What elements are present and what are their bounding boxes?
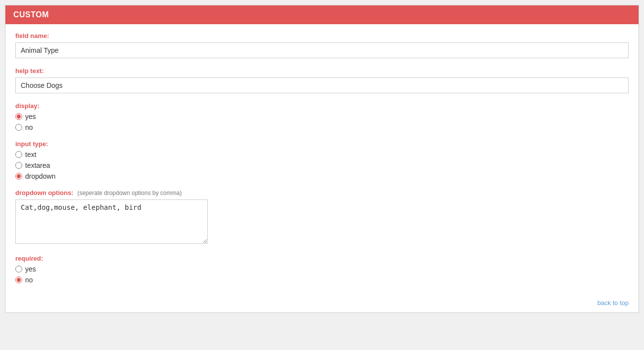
header: CUSTOM [5,5,639,24]
input-type-dropdown-text: dropdown [25,172,56,180]
dropdown-options-hint: (seperate dropdown options by comma) [77,190,182,196]
required-radio-group: yes no [15,265,629,284]
display-no-radio[interactable] [15,124,22,131]
display-yes-radio[interactable] [15,113,22,120]
help-text-label: help text: [15,67,629,75]
input-type-text-radio[interactable] [15,151,22,158]
display-group: display: yes no [15,102,629,131]
field-name-input[interactable] [15,42,629,58]
input-type-text-text: text [25,151,37,158]
page-container: CUSTOM field name: help text: display: y… [5,5,639,313]
required-yes-text: yes [25,265,36,273]
dropdown-options-group: dropdown options: (seperate dropdown opt… [15,189,629,246]
input-type-textarea-radio[interactable] [15,162,22,169]
field-name-group: field name: [15,32,629,58]
input-type-textarea-text: textarea [25,161,50,169]
input-type-group: input type: text textarea dropdown [15,140,629,180]
field-name-label: field name: [15,32,629,39]
input-type-dropdown-radio[interactable] [15,173,22,180]
dropdown-options-textarea[interactable]: Cat,dog,mouse, elephant, bird [15,199,208,244]
display-no-label[interactable]: no [15,123,629,131]
header-title: CUSTOM [13,10,49,19]
display-radio-group: yes no [15,113,629,131]
form-body: field name: help text: display: yes no [5,24,639,312]
display-yes-text: yes [25,113,36,120]
input-type-text-label[interactable]: text [15,151,629,158]
required-group: required: yes no [15,255,629,284]
display-label: display: [15,102,629,110]
back-to-top-link[interactable]: back to top [597,299,629,307]
display-no-text: no [25,123,33,131]
display-yes-label[interactable]: yes [15,113,629,120]
input-type-radio-group: text textarea dropdown [15,151,629,180]
input-type-textarea-label[interactable]: textarea [15,161,629,169]
help-text-input[interactable] [15,78,629,93]
required-yes-radio[interactable] [15,266,22,272]
required-yes-label[interactable]: yes [15,265,629,273]
required-label: required: [15,255,629,262]
help-text-group: help text: [15,67,629,93]
dropdown-options-header: dropdown options: (seperate dropdown opt… [15,189,629,196]
required-no-label[interactable]: no [15,276,629,284]
input-type-label: input type: [15,140,629,148]
required-no-radio[interactable] [15,276,22,283]
dropdown-options-label: dropdown options: [15,189,74,196]
required-no-text: no [25,276,33,284]
input-type-dropdown-label[interactable]: dropdown [15,172,629,180]
